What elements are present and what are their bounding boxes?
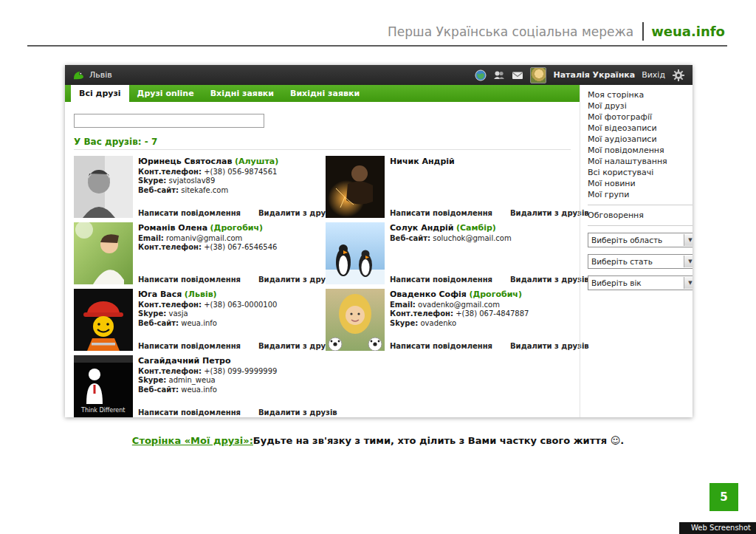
- tab-friends-online[interactable]: Друзі online: [129, 85, 202, 102]
- topbar-left: Львів: [72, 69, 112, 81]
- mail-icon[interactable]: [512, 69, 523, 81]
- sidebar-divider: [588, 205, 693, 205]
- sidebar-item-my-messages[interactable]: Мої повідомлення: [588, 145, 693, 156]
- users-icon[interactable]: [493, 69, 505, 81]
- friend-name[interactable]: Романів Олена: [138, 223, 207, 233]
- friend-detail: Веб-сайт: soluchok@gmail.com: [390, 234, 571, 244]
- friend-city: (Дрогобич): [210, 223, 264, 233]
- friend-name[interactable]: Сагайдачний Петро: [138, 356, 231, 366]
- friend-name[interactable]: Юга Вася: [138, 290, 182, 299]
- friend-photo[interactable]: [74, 156, 133, 218]
- age-select-value: Виберіть вік: [588, 278, 684, 287]
- caption-link[interactable]: Сторінка «Мої друзі»:: [132, 435, 253, 446]
- friend-city: (Дрогобич): [469, 290, 522, 299]
- friend-detail: Skype: vasja: [138, 309, 319, 319]
- send-message-link[interactable]: Написати повідомлення: [138, 275, 241, 284]
- gender-select[interactable]: Виберіть стать ▼: [588, 254, 693, 269]
- friend-detail: Конт.телефон: +(38) 099-9999999: [138, 367, 319, 377]
- search-input[interactable]: [74, 114, 264, 128]
- friend-info: Солук Андрій (Самбір) Веб-сайт: soluchok…: [390, 222, 571, 287]
- caption-text: Будьте на зв'язку з тими, хто ділить з В…: [253, 435, 624, 446]
- photo-caption: Think Different: [80, 407, 125, 414]
- sidebar-item-my-photos[interactable]: Мої фотографії: [588, 112, 693, 123]
- header-rule: [27, 45, 727, 47]
- send-message-link[interactable]: Написати повідомлення: [138, 342, 241, 350]
- send-message-link[interactable]: Написати повідомлення: [390, 275, 492, 284]
- friend-detail: Skype: svjatoslav89: [138, 177, 319, 186]
- brand-logo-text: weua.info: [651, 24, 725, 39]
- friend-photo[interactable]: [74, 222, 133, 284]
- globe-icon[interactable]: [475, 69, 487, 81]
- header-divider: [642, 22, 644, 41]
- logout-link[interactable]: Вихід: [642, 70, 665, 80]
- friend-info: Юринець Святослав (Алушта) Конт.телефон:…: [138, 156, 319, 221]
- friend-name[interactable]: Юринець Святослав: [138, 157, 232, 166]
- friends-list: Юринець Святослав (Алушта) Конт.телефон:…: [74, 156, 571, 418]
- gear-icon[interactable]: [672, 69, 685, 82]
- sidebar-item-my-videos[interactable]: Мої відеозаписи: [588, 123, 693, 134]
- remove-friend-link[interactable]: Видалити з друзів: [510, 342, 589, 350]
- topbar: Львів Наталія Українка Вихід: [65, 65, 693, 85]
- friend-city: (Алушта): [235, 157, 278, 166]
- friend-card: Солук Андрій (Самбір) Веб-сайт: soluchok…: [326, 222, 571, 287]
- sidebar-item-my-audio[interactable]: Мої аудіозаписи: [588, 134, 693, 145]
- friend-photo[interactable]: [74, 289, 133, 351]
- friend-detail: Конт.телефон: +(38) 067-4847887: [390, 309, 571, 319]
- age-select[interactable]: Виберіть вік ▼: [588, 275, 693, 290]
- friend-detail: Веб-сайт: sitekafe.com: [138, 186, 319, 196]
- region-select[interactable]: Виберіть область ▼: [588, 233, 693, 247]
- friend-card: Оваденко Софія (Дрогобич) Email: ovadenk…: [326, 289, 571, 354]
- friend-card: Юга Вася (Львів) Конт.телефон: +(38) 063…: [74, 289, 319, 354]
- sidebar-item-discussions[interactable]: Обговорення: [588, 210, 693, 221]
- sidebar-divider: [588, 225, 693, 226]
- send-message-link[interactable]: Написати повідомлення: [138, 209, 241, 217]
- remove-friend-link[interactable]: Видалити з друзів: [258, 408, 337, 417]
- friends-content: У Вас друзів: - 7: [65, 102, 580, 417]
- tab-all-friends[interactable]: Всі друзі: [71, 85, 129, 102]
- sidebar-item-my-settings[interactable]: Мої налаштування: [588, 156, 693, 167]
- friend-detail: Веб-сайт: weua.info: [138, 386, 319, 395]
- friend-photo[interactable]: Think Different: [74, 355, 133, 417]
- friend-photo[interactable]: [326, 156, 385, 218]
- friend-detail: Email: romaniv@gmail.com: [138, 234, 319, 244]
- friend-info: Юга Вася (Львів) Конт.телефон: +(38) 063…: [138, 289, 319, 354]
- friend-detail: Skype: ovadenko: [390, 319, 571, 329]
- sidebar: Моя сторінка Мої друзі Мої фотографії Мо…: [580, 85, 693, 417]
- remove-friend-link[interactable]: Видалити з друзів: [510, 209, 589, 217]
- friend-city: (Самбір): [456, 223, 496, 233]
- send-message-link[interactable]: Написати повідомлення: [390, 342, 492, 350]
- topbar-right: Наталія Українка Вихід: [475, 67, 685, 83]
- send-message-link[interactable]: Написати повідомлення: [138, 408, 241, 417]
- sidebar-item-my-groups[interactable]: Мої групи: [588, 189, 693, 200]
- tab-outgoing-requests[interactable]: Вихідні заявки: [282, 85, 368, 102]
- send-message-link[interactable]: Написати повідомлення: [390, 209, 492, 217]
- friend-info: Романів Олена (Дрогобич) Email: romaniv@…: [138, 222, 319, 287]
- chevron-down-icon: ▼: [684, 256, 693, 267]
- friend-detail: Конт.телефон: +(38) 067-6546546: [138, 243, 319, 253]
- sidebar-item-my-friends[interactable]: Мої друзі: [588, 100, 693, 112]
- friend-card: Ничик Андрій Написати повідомлення Видал…: [326, 156, 571, 221]
- current-user-link[interactable]: Наталія Українка: [553, 70, 635, 80]
- remove-friend-link[interactable]: Видалити з друзів: [510, 275, 589, 284]
- friend-card: Think Different Сагайдачний Петро Конт.т…: [74, 355, 319, 418]
- tab-incoming-requests[interactable]: Вхідні заявки: [202, 85, 282, 102]
- sidebar-item-my-page[interactable]: Моя сторінка: [588, 89, 693, 100]
- site-logo-icon[interactable]: [72, 69, 85, 81]
- friend-name[interactable]: Оваденко Софія: [390, 290, 467, 299]
- chevron-down-icon: ▼: [684, 234, 693, 246]
- sidebar-item-all-users[interactable]: Всі користувачі: [588, 167, 693, 178]
- gender-select-value: Виберіть стать: [588, 257, 684, 266]
- app-window: Львів Наталія Українка Вихід: [65, 65, 693, 417]
- user-avatar[interactable]: [530, 67, 546, 83]
- friend-detail: Конт.телефон: +(38) 056-9874561: [138, 168, 319, 177]
- sidebar-item-my-news[interactable]: Мої новини: [588, 178, 693, 189]
- friend-name[interactable]: Ничик Андрій: [390, 157, 455, 166]
- page-header: Перша Українська соціальна мережа weua.i…: [388, 22, 725, 41]
- main-column: Всі друзі Друзі online Вхідні заявки Вих…: [65, 85, 580, 417]
- friend-name[interactable]: Солук Андрій: [390, 223, 454, 233]
- caption: Сторінка «Мої друзі»:Будьте на зв'язку з…: [0, 435, 756, 446]
- friend-photo[interactable]: [326, 222, 385, 284]
- region-select-value: Виберіть область: [588, 236, 684, 244]
- friend-photo[interactable]: [326, 289, 385, 351]
- tabs-bar: Всі друзі Друзі online Вхідні заявки Вих…: [65, 85, 580, 102]
